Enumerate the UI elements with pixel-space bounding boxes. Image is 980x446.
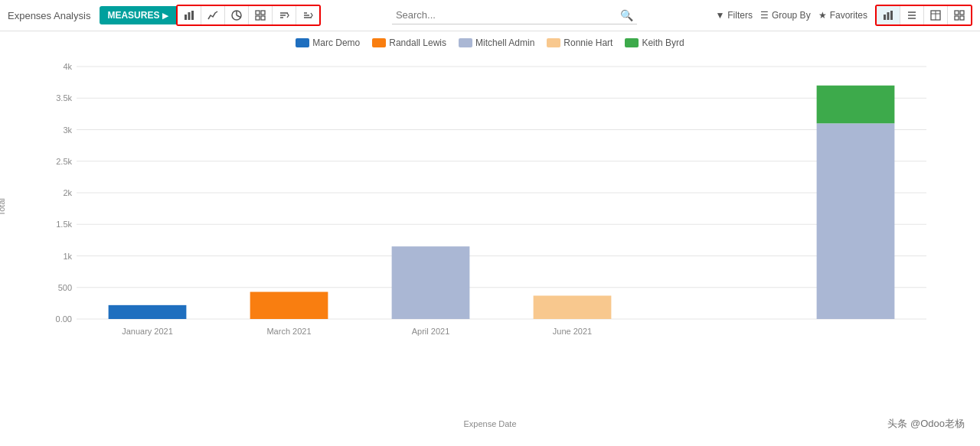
filter-area: ▼ Filters ☰ Group By ★ Favorites: [715, 10, 867, 21]
svg-rect-25: [955, 11, 959, 15]
filters-button[interactable]: ▼ Filters: [715, 10, 753, 21]
page-title: Expenses Analysis: [8, 10, 90, 21]
view-type-toolbar: [875, 5, 972, 26]
graph-view-button[interactable]: [877, 6, 900, 24]
y-axis-tick: 500: [58, 283, 72, 292]
table-view-icon: [930, 10, 941, 21]
bar-segment: [534, 295, 612, 319]
legend: Marc DemoRandall LewisMitchell AdminRonn…: [0, 31, 980, 51]
y-axis-tick: 4k: [63, 62, 72, 71]
legend-item: Randall Lewis: [372, 37, 446, 48]
x-axis-label: June 2021: [553, 327, 592, 336]
search-input[interactable]: [396, 9, 620, 21]
x-axis-title: Expense Date: [0, 418, 980, 431]
legend-label: Randall Lewis: [389, 37, 446, 48]
bar-segment: [817, 123, 895, 319]
y-axis-tick: 3.5k: [56, 93, 72, 103]
x-axis-label: January 2021: [122, 327, 173, 336]
bar-chart-button[interactable]: [178, 6, 201, 24]
y-axis-tick: 2k: [63, 188, 72, 197]
bar-chart-icon: [184, 10, 194, 21]
legend-label: Marc Demo: [312, 37, 360, 48]
y-axis-tick: 2.5k: [56, 157, 72, 166]
x-axis-label: April 2021: [412, 327, 450, 336]
chart-wrapper: Total 4k3.5k3k2.5k2k1.5k1k5000.00January…: [0, 51, 980, 418]
svg-rect-6: [256, 11, 260, 15]
search-input-wrap: 🔍: [392, 7, 637, 24]
favorites-button[interactable]: ★ Favorites: [818, 10, 867, 21]
legend-label: Mitchell Admin: [475, 37, 534, 48]
svg-rect-9: [261, 16, 265, 20]
legend-item: Ronnie Hart: [547, 37, 612, 48]
legend-color-swatch: [372, 38, 386, 47]
svg-rect-0: [185, 15, 187, 20]
top-bar: Expenses Analysis MEASURES ▶: [0, 0, 980, 31]
legend-color-swatch: [459, 38, 472, 47]
search-icon: 🔍: [620, 9, 633, 21]
svg-rect-16: [884, 15, 886, 20]
sort-desc-icon: [302, 10, 313, 21]
chart-type-toolbar: [176, 5, 321, 26]
svg-rect-28: [960, 16, 964, 20]
y-axis-tick: 0.00: [56, 314, 72, 324]
sort-desc-button[interactable]: [296, 6, 319, 24]
y-axis-tick: 3k: [63, 125, 72, 135]
pie-chart-icon: [231, 10, 242, 21]
chart-svg: 4k3.5k3k2.5k2k1.5k1k5000.00January 2021M…: [38, 59, 965, 342]
legend-item: Mitchell Admin: [459, 37, 534, 48]
pivot-button[interactable]: [249, 6, 273, 24]
bar-segment: [109, 305, 187, 319]
groupby-button[interactable]: ☰ Group By: [760, 10, 811, 21]
legend-color-swatch: [625, 38, 639, 47]
svg-rect-18: [890, 11, 893, 20]
bar-segment: [817, 86, 895, 124]
legend-color-swatch: [296, 38, 309, 47]
search-area: 🔍: [321, 7, 707, 24]
pie-chart-button[interactable]: [225, 6, 249, 24]
legend-color-swatch: [547, 38, 560, 47]
legend-item: Marc Demo: [296, 37, 360, 48]
watermark: 头条 @Odoo老杨: [887, 417, 965, 431]
svg-rect-2: [191, 11, 194, 20]
legend-item: Keith Byrd: [625, 37, 684, 48]
x-axis-label: March 2021: [266, 327, 311, 336]
svg-line-5: [237, 15, 240, 18]
line-chart-icon: [207, 10, 218, 21]
bar-segment: [250, 292, 328, 319]
legend-label: Keith Byrd: [642, 37, 684, 48]
svg-rect-8: [256, 16, 260, 20]
sort-asc-button[interactable]: [273, 6, 296, 24]
svg-rect-1: [188, 12, 191, 20]
bar-segment: [392, 246, 470, 319]
list-view-button[interactable]: [900, 6, 924, 24]
svg-rect-7: [261, 11, 265, 15]
kanban-view-button[interactable]: [948, 6, 971, 24]
svg-rect-26: [960, 11, 964, 15]
line-chart-button[interactable]: [201, 6, 225, 24]
svg-rect-27: [955, 16, 959, 20]
kanban-view-icon: [954, 10, 965, 21]
chart-inner: 4k3.5k3k2.5k2k1.5k1k5000.00January 2021M…: [38, 59, 965, 387]
svg-rect-17: [887, 12, 890, 20]
chart-area: Marc DemoRandall LewisMitchell AdminRonn…: [0, 31, 980, 431]
legend-label: Ronnie Hart: [564, 37, 612, 48]
y-axis-tick: 1k: [63, 252, 72, 261]
table-view-button[interactable]: [924, 6, 948, 24]
graph-view-icon: [883, 10, 893, 21]
sort-asc-icon: [279, 10, 289, 21]
y-axis-label: Total: [0, 198, 6, 216]
pivot-icon: [255, 10, 266, 21]
y-axis-tick: 1.5k: [56, 220, 72, 229]
measures-button[interactable]: MEASURES ▶: [100, 6, 176, 24]
list-view-icon: [906, 10, 917, 21]
